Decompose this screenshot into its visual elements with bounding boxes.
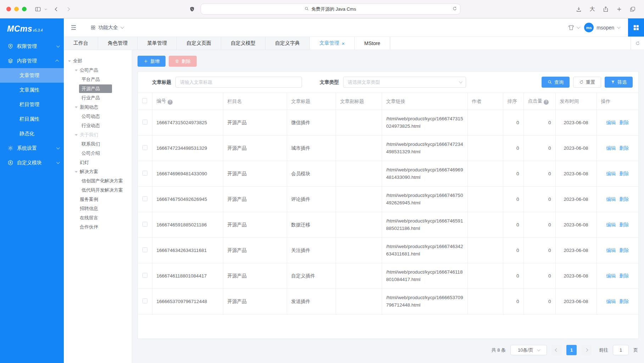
sidebar-item-content[interactable]: 内容管理 (0, 54, 64, 68)
search-button[interactable]: 查询 (542, 77, 570, 88)
row-checkbox[interactable] (142, 247, 147, 252)
row-checkbox[interactable] (142, 273, 147, 278)
tab-overview-icon[interactable] (628, 4, 638, 14)
tab-menu[interactable]: 菜单管理 (138, 37, 177, 50)
close-icon[interactable]: × (342, 41, 345, 46)
delete-link[interactable]: 删除 (619, 171, 629, 176)
help-icon[interactable]: ? (544, 100, 549, 105)
sidebar-item-system[interactable]: 系统设置 (0, 141, 64, 155)
edit-link[interactable]: 编辑 (606, 273, 616, 279)
help-icon[interactable]: ? (168, 100, 173, 105)
edit-link[interactable]: 编辑 (606, 120, 616, 125)
delete-link[interactable]: 删除 (619, 145, 629, 151)
url-bar[interactable]: 免费开源的 Java Cms (201, 4, 460, 15)
tree-node-contact-us[interactable]: 联系我们 (64, 139, 132, 149)
zoom-window-button[interactable] (22, 7, 27, 11)
row-checkbox[interactable] (142, 120, 147, 125)
caret-down-icon[interactable] (75, 106, 78, 108)
tree-node-partners[interactable]: 合作伙伴 (64, 222, 132, 232)
tree-node-news[interactable]: 新闻动态 (64, 103, 132, 112)
delete-link[interactable]: 删除 (619, 222, 629, 227)
delete-link[interactable]: 删除 (619, 248, 629, 253)
text-size-icon[interactable]: 大 (587, 4, 597, 14)
apps-grid-button[interactable] (628, 18, 644, 37)
refresh-tabs-button[interactable] (631, 37, 644, 50)
delete-link[interactable]: 删除 (619, 120, 629, 125)
sidebar-item-column-attr[interactable]: 栏目属性 (0, 112, 64, 126)
tree-node-service-cases[interactable]: 服务案例 (64, 195, 132, 204)
tab-workbench[interactable]: 工作台 (64, 37, 98, 50)
tree-node-lowcode-solution[interactable]: 低代码开发解决方案 (64, 186, 132, 195)
tree-node-company-intro[interactable]: 公司介绍 (64, 149, 132, 158)
delete-link[interactable]: 删除 (619, 197, 629, 202)
menu-fold-icon[interactable] (70, 24, 77, 31)
select-all-checkbox[interactable] (142, 98, 147, 103)
download-icon[interactable] (574, 4, 584, 14)
tree-node-about-us[interactable]: 关于我们 (64, 130, 132, 139)
tree-node-online-message[interactable]: 在线留言 (64, 213, 132, 222)
row-checkbox[interactable] (142, 298, 147, 303)
edit-link[interactable]: 编辑 (606, 171, 616, 176)
page-size-select[interactable]: 10条/页 (510, 345, 547, 355)
tab-custom-model[interactable]: 自定义模型 (221, 37, 265, 50)
tree-node-company-products[interactable]: 公司产品 (64, 66, 132, 75)
close-window-button[interactable] (6, 7, 11, 11)
sidebar-item-column-manage[interactable]: 栏目管理 (0, 97, 64, 112)
tree-node-industry-products[interactable]: 行业产品 (64, 93, 132, 103)
caret-down-icon[interactable] (68, 60, 71, 62)
new-tab-icon[interactable] (614, 4, 624, 14)
edit-link[interactable]: 编辑 (606, 222, 616, 227)
sidebar-item-permission[interactable]: 权限管理 (0, 39, 64, 54)
edit-link[interactable]: 编辑 (606, 145, 616, 151)
delete-link[interactable]: 删除 (619, 299, 629, 304)
edit-link[interactable]: 编辑 (606, 299, 616, 304)
tree-node-xinchuang-solution[interactable]: 信创国产化解决方案 (64, 176, 132, 186)
caret-down-icon[interactable] (75, 70, 78, 71)
tab-custom-dict[interactable]: 自定义字典 (265, 37, 310, 50)
row-checkbox[interactable] (142, 171, 147, 176)
privacy-shield-icon[interactable] (187, 4, 197, 14)
edit-link[interactable]: 编辑 (606, 197, 616, 202)
row-checkbox[interactable] (142, 196, 147, 201)
tab-article[interactable]: 文章管理× (310, 37, 355, 50)
delete-link[interactable]: 删除 (619, 273, 629, 279)
delete-button[interactable]: 删除 (169, 56, 197, 67)
caret-down-icon[interactable] (75, 171, 78, 173)
row-checkbox[interactable] (142, 222, 147, 227)
reload-icon[interactable] (452, 6, 457, 12)
back-icon[interactable] (51, 4, 61, 14)
sidebar-item-article-attr[interactable]: 文章属性 (0, 83, 64, 97)
goto-page-input[interactable] (613, 345, 629, 355)
theme-switcher[interactable] (568, 24, 579, 31)
type-filter-select[interactable]: 请选择文章类型 (343, 77, 466, 88)
user-menu[interactable]: ms msopen (584, 23, 620, 32)
tab-custom-page[interactable]: 自定义页面 (177, 37, 221, 50)
reset-button[interactable]: 重置 (573, 77, 601, 88)
tree-node-industry-news[interactable]: 行业动态 (64, 121, 132, 130)
caret-down-icon[interactable] (75, 134, 78, 136)
chevron-down-icon[interactable] (43, 4, 49, 14)
tree-node-company-news[interactable]: 公司动态 (64, 112, 132, 121)
tab-mstore[interactable]: MStore (355, 37, 390, 50)
prev-page-button[interactable] (551, 345, 562, 355)
sidebar-item-static[interactable]: 静态化 (0, 126, 64, 141)
forward-icon[interactable] (63, 4, 73, 14)
feature-menu[interactable]: 功能大全 (90, 24, 123, 31)
row-checkbox[interactable] (142, 145, 147, 150)
tree-node-open-source-products[interactable]: 开源产品 (64, 84, 132, 93)
tree-node-solutions[interactable]: 解决方案 (64, 167, 132, 176)
title-filter-input[interactable] (175, 77, 302, 88)
filter-button[interactable]: 筛选 (605, 77, 633, 88)
share-icon[interactable] (601, 4, 611, 14)
tree-node-all[interactable]: 全部 (64, 56, 132, 66)
tree-node-platform-products[interactable]: 平台产品 (64, 75, 132, 84)
tree-node-recruitment[interactable]: 招聘信息 (64, 204, 132, 213)
sidebar-item-article-manage[interactable]: 文章管理 (0, 68, 64, 83)
next-page-button[interactable] (581, 345, 592, 355)
sidebar-item-custom-module[interactable]: 自定义模块 (0, 155, 64, 170)
tree-node-slides[interactable]: 幻灯 (64, 158, 132, 167)
add-button[interactable]: 新增 (138, 56, 166, 67)
tab-role[interactable]: 角色管理 (98, 37, 138, 50)
minimize-window-button[interactable] (14, 7, 19, 11)
current-page-button[interactable]: 1 (566, 345, 577, 355)
